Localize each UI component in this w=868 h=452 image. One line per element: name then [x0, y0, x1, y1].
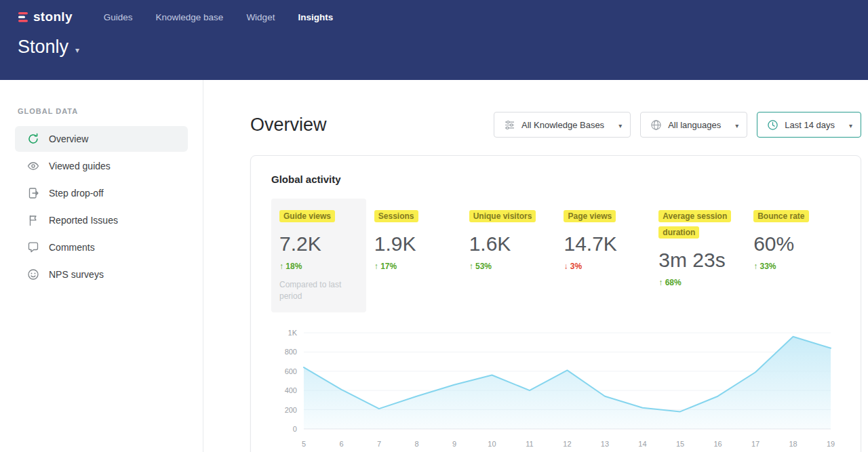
workspace-name: Stonly — [18, 37, 68, 58]
metric-delta: ↑ 53% — [469, 262, 548, 271]
metric-delta: ↑ 18% — [279, 262, 358, 271]
metric-label: Page views — [564, 210, 616, 222]
svg-text:11: 11 — [526, 440, 533, 448]
metric-note: Compared to last period — [279, 279, 344, 303]
svg-text:800: 800 — [285, 348, 297, 356]
date-range-filter[interactable]: Last 14 days — [757, 112, 861, 138]
languages-filter[interactable]: All languages — [640, 112, 747, 138]
main-content: Overview All Knowledge Bases All languag… — [203, 80, 868, 452]
metric-value: 3m 23s — [658, 249, 737, 272]
sidebar-item-comments[interactable]: Comments — [15, 234, 188, 260]
chevron-down-icon — [735, 120, 738, 130]
step-dropoff-icon — [27, 187, 39, 199]
activity-chart[interactable]: 02004006008001K5678910111213141516171819 — [271, 323, 840, 452]
date-range-filter-value: Last 14 days — [785, 120, 835, 130]
flag-icon — [27, 214, 39, 226]
overview-icon — [27, 133, 39, 145]
metric-average-session-duration[interactable]: Average session duration 3m 23s ↑ 68% — [650, 199, 745, 312]
arrow-up-icon: ↑ — [753, 262, 757, 271]
svg-text:0: 0 — [293, 425, 297, 433]
sliders-icon — [504, 119, 515, 131]
logo-text: stonly — [33, 9, 73, 24]
comment-icon — [27, 241, 39, 253]
knowledge-bases-filter[interactable]: All Knowledge Bases — [494, 112, 631, 138]
nav-item-knowledge-base[interactable]: Knowledge base — [156, 12, 224, 22]
svg-text:16: 16 — [713, 440, 722, 448]
sidebar-section-label: GLOBAL DATA — [0, 107, 203, 115]
chevron-down-icon — [75, 37, 79, 58]
sidebar-item-label: Reported Issues — [49, 215, 118, 226]
card-title: Global activity — [271, 173, 840, 185]
stonly-logo-icon — [18, 12, 28, 23]
svg-text:18: 18 — [789, 440, 797, 448]
eye-icon — [27, 160, 39, 172]
svg-text:14: 14 — [638, 440, 646, 448]
page-title: Overview — [250, 115, 327, 136]
svg-text:200: 200 — [285, 405, 297, 413]
metric-sessions[interactable]: Sessions 1.9K ↑ 17% — [366, 199, 461, 312]
metric-value: 7.2K — [279, 232, 358, 255]
languages-filter-value: All languages — [668, 120, 721, 130]
nav-item-insights[interactable]: Insights — [298, 12, 333, 22]
top-navbar: stonly Guides Knowledge base Widget Insi… — [0, 0, 868, 80]
svg-text:12: 12 — [563, 440, 571, 448]
metric-bounce-rate[interactable]: Bounce rate 60% ↑ 33% — [745, 199, 840, 312]
arrow-down-icon: ↓ — [564, 262, 568, 271]
metric-label: Average session duration — [658, 210, 731, 239]
metric-label: Bounce rate — [753, 210, 808, 222]
clock-icon — [767, 119, 778, 131]
smiley-icon — [27, 268, 39, 281]
sidebar-item-overview[interactable]: Overview — [15, 126, 188, 152]
primary-nav: Guides Knowledge base Widget Insights — [104, 12, 333, 22]
sidebar-item-viewed-guides[interactable]: Viewed guides — [15, 153, 188, 179]
global-activity-card: Global activity Guide views 7.2K ↑ 18% C… — [250, 155, 861, 452]
nav-item-guides[interactable]: Guides — [104, 12, 133, 22]
svg-text:19: 19 — [827, 440, 835, 448]
metric-page-views[interactable]: Page views 14.7K ↓ 3% — [555, 199, 650, 312]
metric-unique-visitors[interactable]: Unique visitors 1.6K ↑ 53% — [461, 199, 556, 312]
knowledge-bases-filter-value: All Knowledge Bases — [521, 120, 604, 130]
svg-text:17: 17 — [751, 440, 760, 448]
nav-item-widget[interactable]: Widget — [246, 12, 275, 22]
svg-text:7: 7 — [377, 440, 381, 448]
sidebar-item-nps-surveys[interactable]: NPS surveys — [15, 262, 188, 287]
metric-delta: ↑ 33% — [753, 262, 832, 271]
svg-text:13: 13 — [601, 440, 609, 448]
sidebar-item-label: Comments — [49, 242, 95, 253]
metrics-row: Guide views 7.2K ↑ 18% Compared to last … — [271, 199, 840, 312]
metric-label: Guide views — [279, 210, 335, 222]
arrow-up-icon: ↑ — [658, 278, 663, 287]
sidebar-item-label: Step drop-off — [49, 188, 104, 199]
sidebar-item-step-drop-off[interactable]: Step drop-off — [15, 180, 188, 206]
svg-text:10: 10 — [488, 440, 496, 448]
sidebar-item-reported-issues[interactable]: Reported Issues — [15, 207, 188, 233]
sidebar: GLOBAL DATA Overview Viewed guides Step … — [0, 80, 203, 452]
metric-value: 60% — [753, 232, 832, 255]
svg-text:400: 400 — [285, 386, 297, 394]
metric-label: Unique visitors — [469, 210, 536, 222]
svg-text:9: 9 — [452, 440, 456, 448]
svg-text:600: 600 — [285, 367, 297, 375]
metric-value: 14.7K — [564, 232, 642, 255]
metric-guide-views[interactable]: Guide views 7.2K ↑ 18% Compared to last … — [271, 199, 366, 312]
chevron-down-icon — [849, 120, 852, 130]
stonly-logo[interactable]: stonly — [18, 9, 73, 24]
metric-delta: ↑ 68% — [658, 278, 737, 287]
svg-text:5: 5 — [302, 440, 306, 448]
metric-value: 1.9K — [374, 232, 453, 255]
filters-bar: All Knowledge Bases All languages Last 1… — [494, 112, 861, 138]
chevron-down-icon — [618, 120, 622, 130]
workspace-switcher[interactable]: Stonly — [18, 37, 79, 58]
metric-delta: ↑ 17% — [374, 262, 453, 271]
metric-label: Sessions — [374, 210, 418, 222]
metric-value: 1.6K — [469, 232, 548, 255]
metric-delta: ↓ 3% — [564, 262, 642, 271]
svg-text:15: 15 — [676, 440, 684, 448]
svg-text:1K: 1K — [288, 329, 298, 337]
sidebar-item-label: NPS surveys — [49, 269, 104, 280]
sidebar-item-label: Viewed guides — [49, 161, 111, 171]
svg-text:6: 6 — [339, 440, 343, 448]
globe-icon — [650, 119, 662, 131]
sidebar-item-label: Overview — [49, 133, 88, 144]
arrow-up-icon: ↑ — [374, 262, 378, 271]
